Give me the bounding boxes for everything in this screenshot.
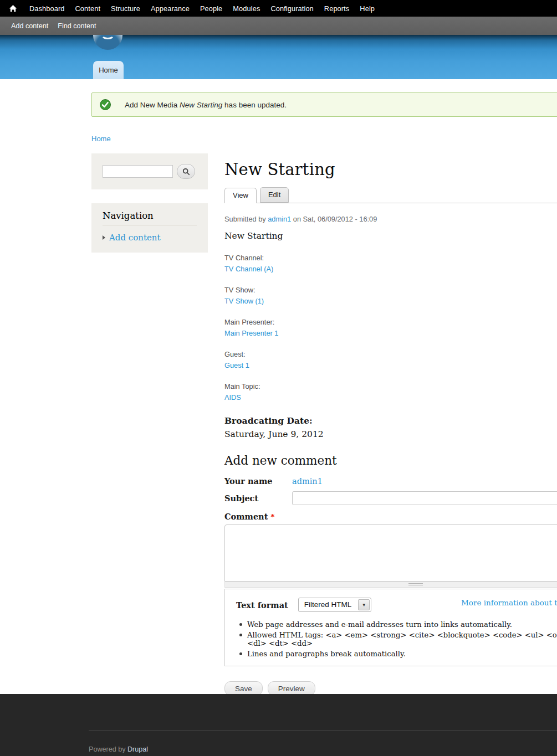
- filter-tips-list: Web page addresses and e-mail addresses …: [239, 620, 557, 658]
- toolbar-item-modules[interactable]: Modules: [233, 4, 260, 13]
- menu-expand-icon: [103, 235, 105, 240]
- toolbar-item-help[interactable]: Help: [360, 4, 375, 13]
- broadcast-date-value: Saturday, June 9, 2012: [224, 429, 557, 439]
- footer: Powered by Drupal: [0, 694, 557, 756]
- your-name-row: Your name admin1: [224, 476, 557, 486]
- toolbar-item-appearance[interactable]: Appearance: [151, 4, 190, 13]
- page: Dashboard Content Structure Appearance P…: [0, 0, 557, 696]
- main-content: New Starting View Edit Submitted by admi…: [224, 153, 557, 696]
- filter-tip: Web page addresses and e-mail addresses …: [239, 620, 557, 629]
- status-message: Add New Media New Starting has been upda…: [91, 92, 557, 117]
- field-label: TV Show:: [224, 286, 557, 294]
- subject-input[interactable]: [292, 491, 557, 505]
- grip-icon: [408, 583, 423, 586]
- site-header: Home: [0, 35, 557, 79]
- text-format-selected-value: Filtered HTML: [299, 598, 357, 611]
- text-format-select[interactable]: Filtered HTML ▼: [298, 598, 372, 612]
- navigation-block: Navigation Add content: [91, 203, 208, 253]
- field-guest: Guest: Guest 1: [224, 350, 557, 369]
- add-content-link[interactable]: Add content: [109, 233, 161, 243]
- sidebar: Navigation Add content: [91, 153, 208, 266]
- chevron-down-icon: ▼: [358, 599, 370, 610]
- comment-textarea[interactable]: [224, 524, 557, 582]
- toolbar-item-reports[interactable]: Reports: [324, 4, 350, 13]
- field-main-presenter: Main Presenter: Main Presenter 1: [224, 318, 557, 337]
- field-label: Main Presenter:: [224, 318, 557, 326]
- shortcut-find-content[interactable]: Find content: [58, 22, 96, 30]
- author-link[interactable]: admin1: [268, 215, 291, 223]
- field-value-link[interactable]: TV Show (1): [224, 297, 264, 305]
- text-format-fieldset: Text format Filtered HTML ▼ More informa…: [224, 589, 557, 666]
- field-value-link[interactable]: TV Channel (A): [224, 265, 273, 273]
- field-tv-show: TV Show: TV Show (1): [224, 286, 557, 305]
- text-format-label: Text format: [236, 600, 288, 610]
- add-comment-heading: Add new comment: [224, 454, 557, 467]
- search-block: [91, 153, 208, 189]
- more-info-link[interactable]: More information about text formats: [461, 598, 557, 607]
- toolbar-item-configuration[interactable]: Configuration: [270, 4, 313, 13]
- field-label: TV Channel:: [224, 254, 557, 262]
- broadcast-date-label: Broadcating Date:: [224, 415, 557, 426]
- footer-divider: [89, 730, 557, 731]
- your-name-value-link[interactable]: admin1: [292, 477, 323, 486]
- toolbar-item-content[interactable]: Content: [75, 4, 101, 13]
- field-value-link[interactable]: Main Presenter 1: [224, 329, 278, 337]
- field-value-link[interactable]: Guest 1: [224, 361, 249, 369]
- tab-edit[interactable]: Edit: [260, 187, 289, 203]
- tab-view[interactable]: View: [224, 188, 257, 203]
- field-label: Guest:: [224, 350, 557, 358]
- filter-tip: Lines and paragraphs break automatically…: [239, 650, 557, 658]
- node-tabs: View Edit: [224, 188, 557, 203]
- toolbar-item-people[interactable]: People: [200, 4, 222, 13]
- comment-label: Comment *: [224, 512, 557, 521]
- status-node-title: New Starting: [180, 101, 222, 109]
- toolbar-item-structure[interactable]: Structure: [111, 4, 140, 13]
- status-text: Add New Media New Starting has been upda…: [125, 101, 287, 109]
- required-marker: *: [270, 513, 274, 521]
- sidebar-item-add-content[interactable]: Add content: [103, 233, 197, 243]
- toolbar-item-dashboard[interactable]: Dashboard: [29, 4, 65, 13]
- field-value-link[interactable]: AIDS: [224, 393, 241, 402]
- site-home-tab[interactable]: Home: [93, 61, 124, 79]
- status-check-icon: [100, 99, 111, 110]
- your-name-label: Your name: [224, 476, 292, 486]
- breadcrumb: Home: [91, 135, 557, 143]
- subject-label: Subject: [224, 493, 292, 503]
- content-columns: Navigation Add content New Starting View…: [91, 153, 557, 696]
- powered-by: Powered by Drupal: [89, 745, 148, 753]
- home-icon[interactable]: [9, 4, 17, 13]
- field-main-topic: Main Topic: AIDS: [224, 382, 557, 402]
- search-input[interactable]: [103, 165, 173, 178]
- page-title: New Starting: [224, 160, 557, 179]
- field-label: Main Topic:: [224, 382, 557, 390]
- subject-row: Subject: [224, 491, 557, 505]
- navigation-title: Navigation: [103, 210, 197, 225]
- drupal-link[interactable]: Drupal: [127, 745, 148, 753]
- submitted-line: Submitted by admin1 on Sat, 06/09/2012 -…: [224, 215, 557, 223]
- admin-toolbar: Dashboard Content Structure Appearance P…: [0, 0, 557, 17]
- search-button[interactable]: [177, 164, 195, 179]
- node-body: New Starting: [224, 231, 557, 241]
- shortcut-add-content[interactable]: Add content: [11, 22, 48, 30]
- field-tv-channel: TV Channel: TV Channel (A): [224, 254, 557, 273]
- field-broadcast-date: Broadcating Date: Saturday, June 9, 2012: [224, 415, 557, 439]
- breadcrumb-home-link[interactable]: Home: [91, 135, 111, 143]
- search-icon: [182, 168, 190, 176]
- shortcut-bar: Add content Find content: [0, 17, 557, 35]
- filter-tip: Allowed HTML tags: <a> <em> <strong> <ci…: [239, 631, 557, 647]
- textarea-resize-grabber[interactable]: [224, 582, 557, 588]
